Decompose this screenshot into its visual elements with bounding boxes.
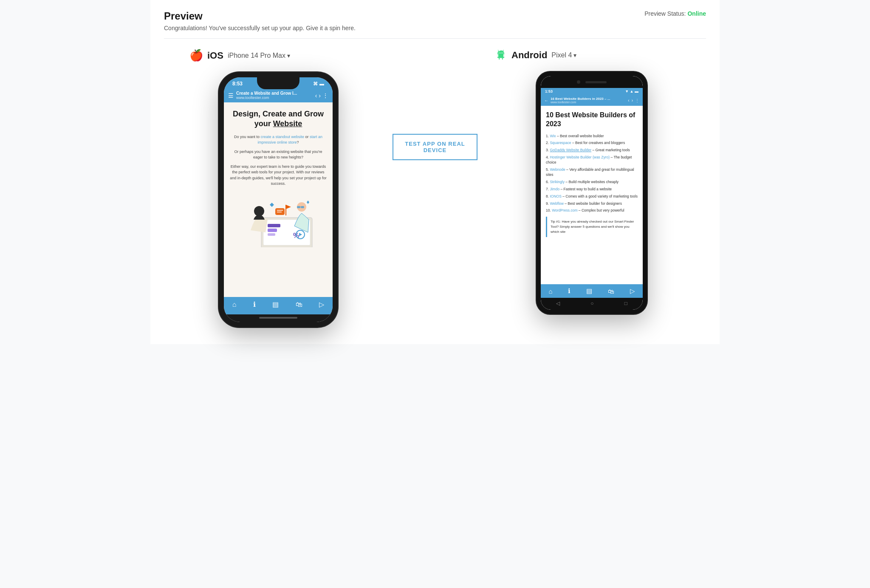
iphone-home-indicator — [224, 314, 333, 322]
page-wrapper: Preview Congratulations! You've successf… — [150, 0, 720, 344]
android-os-label: Android — [511, 50, 547, 61]
test-device-button[interactable]: TEST APP ON REAL DEVICE — [393, 134, 477, 160]
ios-device-name-selector[interactable]: iPhone 14 Pro Max ▾ — [228, 52, 290, 59]
home-icon: ⌂ — [232, 301, 237, 308]
hamburger-icon: ☰ — [228, 92, 234, 99]
android-list-link: Squarespace — [550, 141, 571, 145]
android-list-item: 3. GoDaddy Website Builder – Great marke… — [546, 148, 638, 153]
ios-browser-nav-icons: ‹ › ⋮ — [315, 92, 328, 99]
ios-device-section: 🍎 iOS iPhone 14 Pro Max ▾ 8:53 ⌘ ▬ — [164, 49, 393, 327]
android-shop-icon: 🛍 — [608, 288, 614, 295]
svg-rect-17 — [275, 208, 285, 215]
android-home-icon: ⌂ — [548, 288, 552, 295]
ios-os-label: iOS — [207, 50, 223, 61]
android-camera — [577, 80, 580, 84]
android-device-name-selector[interactable]: Pixel 4 ▾ — [551, 51, 576, 59]
header: Preview Congratulations! You've successf… — [164, 10, 706, 31]
android-inner: 1:53 ▼ ▲ ▬ ← 16 Best Website Builders in… — [541, 76, 643, 310]
android-list-desc: – Complex but very powerful — [578, 208, 624, 212]
android-back-icon: ← — [544, 98, 548, 103]
android-list-item: 4. Hostinger Website Builder (was Zyro) … — [546, 155, 638, 165]
android-nav-forward-icon: › — [632, 98, 633, 103]
svg-rect-11 — [301, 206, 304, 208]
android-list-item: 2. Squarespace – Best for creatives and … — [546, 141, 638, 146]
android-list-link: WordPress.com — [552, 208, 577, 212]
android-list-link: Webnode — [550, 167, 565, 172]
ios-chevron-down-icon: ▾ — [287, 52, 290, 59]
ios-illustration: % — [236, 192, 321, 247]
svg-rect-3 — [268, 229, 277, 232]
android-bottom-nav: ⌂ ℹ ▤ 🛍 ▷ — [541, 284, 643, 298]
iphone-inner: 8:53 ⌘ ▬ ☰ Create a Website and Grow I..… — [224, 77, 333, 322]
svg-rect-4 — [268, 233, 275, 236]
android-list: 1. Wix – Best overall website builder2. … — [546, 134, 638, 214]
android-device-name: Pixel 4 — [551, 51, 572, 59]
ios-device-name: iPhone 14 Pro Max — [228, 52, 285, 59]
android-list-link: Strikingly — [550, 180, 564, 184]
android-list-item: 8. IONOS – Comes with a good variety of … — [546, 194, 638, 199]
ios-body-text-3: Either way, our expert team is here to g… — [229, 164, 328, 187]
android-list-link: Wix — [550, 134, 556, 138]
android-nav-back-icon: ‹ — [628, 98, 629, 103]
svg-rect-10 — [297, 206, 300, 208]
android-list-item: 7. Jimdo – Fastest way to build a websit… — [546, 187, 638, 192]
back-icon: ‹ — [315, 92, 317, 99]
android-list-desc: – Best overall website builder — [556, 134, 604, 138]
iphone-notch — [257, 77, 299, 89]
iphone-mockup: 8:53 ⌘ ▬ ☰ Create a Website and Grow I..… — [219, 72, 338, 327]
android-recents-btn: □ — [624, 300, 627, 306]
preview-status-label: Preview Status: — [644, 10, 686, 17]
android-list-link: Hostinger Website Builder (was Zyro) — [550, 155, 610, 159]
more-icon: ⋮ — [322, 92, 328, 99]
android-articles-icon: ▤ — [586, 287, 592, 295]
android-content: 10 Best Website Builders of 2023 1. Wix … — [541, 106, 643, 284]
android-home-btn: ○ — [590, 300, 593, 306]
android-list-desc: – Best website builder for designers — [564, 201, 622, 206]
android-info-icon: ℹ — [568, 287, 571, 295]
android-list-item: 1. Wix – Best overall website builder — [546, 134, 638, 139]
android-nav-bar: ◁ ○ □ — [541, 298, 643, 310]
ios-device-selector: 🍎 iOS iPhone 14 Pro Max ▾ — [189, 49, 290, 62]
ios-browser-url-area: Create a Website and Grow I... www.toolt… — [236, 91, 313, 100]
android-icon — [494, 49, 507, 62]
android-mockup: 1:53 ▼ ▲ ▬ ← 16 Best Website Builders in… — [537, 72, 647, 314]
android-list-desc: – Fastest way to build a website — [559, 187, 612, 191]
android-speaker — [585, 81, 607, 83]
android-page-title: 10 Best Website Builders of 2023 — [546, 111, 638, 129]
ios-hero-title: Design, Create and Growyour Website — [233, 109, 324, 129]
android-chevron-down-icon: ▾ — [573, 52, 576, 59]
android-list-desc: – Comes with a good variety of marketing… — [562, 194, 638, 198]
android-list-desc: – Best for creatives and bloggers — [571, 141, 625, 145]
android-list-desc: – Build multiple websites cheaply — [565, 180, 619, 184]
wifi-icon: ⌘ — [313, 81, 318, 87]
android-tip: Tip #1: Have you already checked out our… — [546, 217, 638, 237]
center-cta: TEST APP ON REAL DEVICE — [393, 49, 477, 160]
android-list-item: 9. Webflow – Best website builder for de… — [546, 201, 638, 206]
svg-rect-2 — [268, 224, 280, 227]
svg-marker-16 — [307, 201, 309, 204]
ios-link-1: create a standout website — [260, 135, 304, 139]
android-browser-title: 16 Best Website Builders in 2023 – ... — [551, 97, 626, 101]
status-online-badge: Online — [687, 10, 706, 17]
android-list-link: Webflow — [550, 201, 563, 206]
svg-marker-15 — [270, 203, 274, 207]
android-more-icon: ⋮ — [635, 98, 639, 103]
home-bar — [259, 317, 297, 319]
devices-row: 🍎 iOS iPhone 14 Pro Max ▾ 8:53 ⌘ ▬ — [164, 49, 706, 327]
shop-icon: 🛍 — [296, 301, 302, 308]
android-device-section: Android Pixel 4 ▾ 1:53 ▼ ▲ ▬ — [477, 49, 706, 314]
android-status-bar: 1:53 ▼ ▲ ▬ — [541, 88, 643, 95]
android-time: 1:53 — [545, 89, 553, 93]
android-browser-url-area: 16 Best Website Builders in 2023 – ... w… — [551, 97, 626, 104]
info-icon: ℹ — [253, 300, 256, 308]
svg-marker-14 — [286, 205, 291, 209]
android-back-btn: ◁ — [556, 300, 560, 306]
iphone-bottom-nav: ⌂ ℹ ▤ 🛍 ▷ — [224, 297, 333, 314]
android-list-desc: – Great marketing tools — [591, 148, 630, 152]
iphone-status-icons: ⌘ ▬ — [313, 81, 324, 87]
android-list-link: IONOS — [550, 194, 561, 198]
page-subtitle: Congratulations! You've successfully set… — [164, 25, 356, 31]
ios-body-text-1: Do you want to create a standout website… — [229, 134, 328, 146]
ios-browser-url: www.tooltester.com — [236, 96, 313, 100]
header-left: Preview Congratulations! You've successf… — [164, 10, 356, 31]
